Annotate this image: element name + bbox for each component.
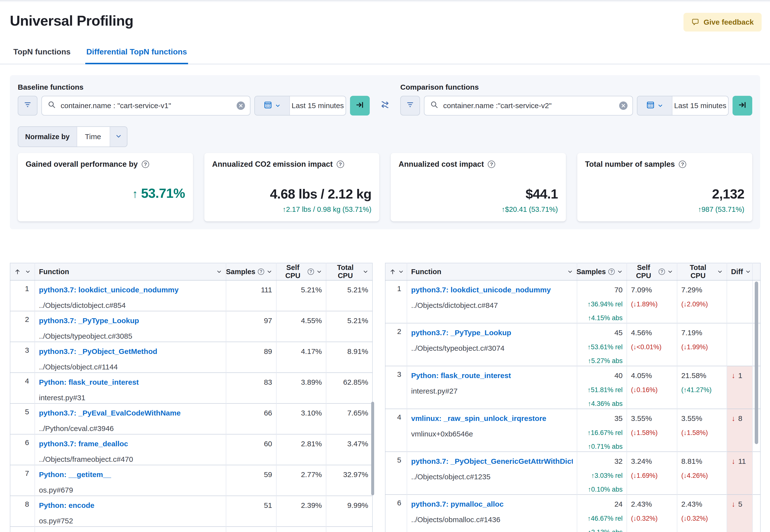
- chevron-down-icon: [658, 101, 663, 110]
- card-title: Gained overall performance by: [26, 160, 138, 169]
- card-cost-impact: Annualized cost impact ? $44.1 ↑$20.41 (…: [391, 153, 566, 221]
- chevron-down-icon[interactable]: [363, 269, 368, 274]
- baseline-clear-button[interactable]: [237, 101, 245, 110]
- rank-cell: 4: [10, 373, 35, 403]
- baseline-filter-button[interactable]: [18, 96, 37, 116]
- samples-cell: 83: [226, 373, 276, 403]
- table-row: 1 python3.7: lookdict_unicode_nodummy ..…: [385, 280, 760, 323]
- chevron-down-icon[interactable]: [267, 269, 272, 274]
- baseline-time-range[interactable]: Last 15 minutes: [290, 96, 345, 115]
- rank-down-arrow-icon: ↓: [732, 371, 735, 380]
- total-cpu-delta: (↓0.32%): [681, 514, 723, 523]
- column-header-function[interactable]: Function: [35, 263, 226, 280]
- total-cpu-delta: (↓2.09%): [681, 299, 723, 309]
- normalize-caret-button[interactable]: [110, 127, 127, 147]
- swap-queries-button[interactable]: [370, 96, 400, 116]
- column-header-self-cpu[interactable]: Self CPU ?: [627, 263, 677, 280]
- chevron-down-icon[interactable]: [668, 269, 673, 274]
- samples-absolute-change: ↑0.10% abs: [581, 484, 623, 494]
- function-link[interactable]: python3.7: lookdict_unicode_nodummy: [411, 284, 551, 295]
- comparison-query-input[interactable]: container.name :"cart-service-v2": [424, 96, 633, 116]
- normalize-by-select[interactable]: Time: [77, 127, 110, 147]
- chevron-down-icon[interactable]: [745, 269, 751, 274]
- normalize-by-control: Normalize by Time: [18, 126, 127, 147]
- column-header-total-cpu[interactable]: Total CPU: [326, 263, 372, 280]
- column-header-rank[interactable]: [385, 263, 407, 280]
- chevron-down-icon[interactable]: [316, 269, 322, 274]
- function-link[interactable]: Python: flask_route_interest: [39, 377, 139, 388]
- baseline-update-button[interactable]: [350, 96, 370, 116]
- comparison-date-prepend[interactable]: [637, 96, 672, 115]
- comparison-time-range[interactable]: Last 15 minutes: [672, 96, 728, 115]
- comparison-table-scrollbar[interactable]: [755, 282, 758, 444]
- card-title: Annualized cost impact: [399, 160, 484, 169]
- card-value: 4.68 lbs / 2.12 kg: [212, 186, 372, 202]
- help-icon[interactable]: ?: [307, 268, 314, 275]
- chevron-down-icon[interactable]: [717, 269, 723, 274]
- function-link[interactable]: Python: flask_route_interest: [411, 370, 511, 381]
- baseline-table-scrollbar[interactable]: [371, 402, 374, 495]
- help-icon[interactable]: ?: [608, 268, 615, 275]
- rank-cell: 6: [385, 495, 407, 532]
- total-cpu-cell: 5.25%: [326, 527, 372, 532]
- rank-cell: 2: [10, 311, 35, 342]
- function-link[interactable]: python3.7: _PyType_Lookup: [39, 315, 139, 326]
- baseline-query-input[interactable]: container.name : "cart-service-v1": [41, 96, 250, 116]
- comparison-date-picker[interactable]: Last 15 minutes: [637, 96, 729, 116]
- function-cell: vmlinux: _raw_spin_unlock_irqrestore vml…: [407, 409, 577, 452]
- baseline-date-prepend[interactable]: [255, 96, 290, 115]
- chevron-down-icon[interactable]: [216, 269, 222, 274]
- column-header-samples[interactable]: Samples ?: [577, 263, 627, 280]
- table-row: 4 vmlinux: _raw_spin_unlock_irqrestore v…: [385, 409, 760, 452]
- column-header-diff[interactable]: Diff: [727, 263, 753, 280]
- column-header-total-cpu[interactable]: Total CPU: [677, 263, 727, 280]
- tab-topn-functions[interactable]: TopN functions: [12, 44, 71, 64]
- function-cell: python3.7: _PyType_Lookup ../Objects/typ…: [407, 323, 577, 366]
- rank-down-arrow-icon: ↓: [732, 414, 735, 422]
- samples-relative-change: ↑16.67% rel: [581, 428, 623, 438]
- help-icon[interactable]: ?: [258, 268, 264, 275]
- card-subvalue: ↑987 (53.71%): [585, 204, 745, 215]
- give-feedback-button[interactable]: Give feedback: [684, 13, 762, 32]
- help-icon[interactable]: ?: [337, 161, 344, 168]
- help-icon[interactable]: ?: [142, 161, 149, 168]
- function-link[interactable]: python3.7: lookdict_unicode_nodummy: [39, 284, 179, 295]
- help-icon[interactable]: ?: [679, 161, 686, 168]
- comparison-filter-button[interactable]: [400, 96, 420, 116]
- baseline-date-picker[interactable]: Last 15 minutes: [254, 96, 346, 116]
- column-header-self-cpu[interactable]: Self CPU ?: [276, 263, 326, 280]
- function-link[interactable]: Python: encode: [39, 500, 94, 511]
- column-header-rank[interactable]: [10, 263, 35, 280]
- function-path: ../Objects/typeobject.c#3085: [39, 331, 222, 342]
- function-link[interactable]: python3.7: _PyType_Lookup: [411, 327, 511, 338]
- comparison-query-text: container.name :"cart-service-v2": [443, 101, 614, 110]
- total-cpu-cell: 5.21%: [326, 280, 372, 311]
- comparison-update-button[interactable]: [733, 96, 752, 116]
- card-co2-impact: Annualized CO2 emission impact ? 4.68 lb…: [204, 153, 379, 221]
- chevron-down-icon[interactable]: [617, 269, 623, 274]
- function-link[interactable]: python3.7: pymalloc_alloc: [411, 499, 504, 510]
- tab-differential-topn-functions[interactable]: Differential TopN functions: [85, 44, 188, 64]
- function-link[interactable]: Python: __getitem__: [39, 469, 111, 480]
- help-icon[interactable]: ?: [488, 161, 495, 168]
- function-link[interactable]: python3.7: _PyObject_GenericGetAttrWithD…: [411, 456, 573, 467]
- comparison-clear-button[interactable]: [619, 101, 628, 110]
- function-link[interactable]: python3.7: _PyObject_GetMethod: [39, 346, 157, 357]
- column-header-samples[interactable]: Samples ?: [226, 263, 276, 280]
- function-link[interactable]: python3.7: _PyEval_EvalCodeWithName: [39, 408, 181, 418]
- chevron-down-icon[interactable]: [398, 269, 404, 274]
- universal-profiling-page: Universal Profiling Give feedback TopN f…: [0, 0, 770, 532]
- rank-cell: 2: [385, 323, 407, 366]
- function-link[interactable]: vmlinux: _raw_spin_unlock_irqrestore: [411, 413, 547, 424]
- function-link[interactable]: python3.7: frame_dealloc: [39, 438, 128, 449]
- search-icon: [430, 101, 438, 111]
- chevron-down-icon[interactable]: [567, 269, 573, 274]
- table-row: 5 python3.7: _PyEval_EvalCodeWithName ..…: [10, 403, 372, 434]
- help-icon[interactable]: ?: [659, 268, 665, 275]
- column-header-function[interactable]: Function: [407, 263, 577, 280]
- chevron-down-icon[interactable]: [25, 269, 31, 274]
- sort-ascending-icon[interactable]: [390, 268, 396, 275]
- table-row: 1 python3.7: lookdict_unicode_nodummy ..…: [10, 280, 372, 311]
- sort-ascending-icon[interactable]: [14, 268, 21, 275]
- function-link[interactable]: python3.7: _PyDict_LoadGlobal: [39, 531, 150, 532]
